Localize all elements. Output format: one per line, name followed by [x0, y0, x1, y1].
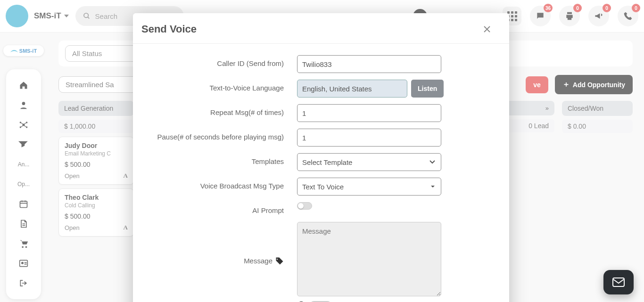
templates-label: Templates: [144, 153, 297, 166]
listen-button[interactable]: Listen: [411, 80, 444, 98]
repeat-label: Repeat Msg(# of times): [144, 104, 297, 117]
language-input[interactable]: [297, 80, 407, 98]
msg-type-label: Voice Broadcast Msg Type: [144, 178, 297, 191]
close-icon: [483, 25, 491, 33]
pause-input[interactable]: [297, 129, 441, 147]
modal-header: Send Voice: [133, 13, 509, 44]
tag-icon[interactable]: [275, 257, 284, 265]
message-label: Message: [244, 256, 272, 266]
mail-icon: [612, 277, 625, 287]
close-button[interactable]: [483, 22, 498, 37]
ai-prompt-toggle[interactable]: [297, 202, 312, 210]
send-voice-modal: Send Voice Caller ID (Send from) Text-to…: [133, 13, 509, 302]
msg-type-select[interactable]: Text To Voice: [297, 178, 441, 196]
caller-id-label: Caller ID (Send from): [144, 55, 297, 68]
repeat-input[interactable]: [297, 104, 441, 122]
templates-select[interactable]: Select Template: [297, 153, 441, 171]
pause-label: Pause(# of seconds before playing msg): [144, 129, 297, 142]
ai-prompt-label: AI Prompt: [144, 202, 297, 215]
message-textarea[interactable]: [297, 222, 441, 296]
svg-rect-13: [613, 278, 624, 286]
caller-id-input[interactable]: [297, 55, 441, 73]
modal-title: Send Voice: [141, 23, 197, 35]
language-label: Text-to-Voice Language: [144, 80, 297, 93]
mail-fab[interactable]: [603, 270, 634, 294]
